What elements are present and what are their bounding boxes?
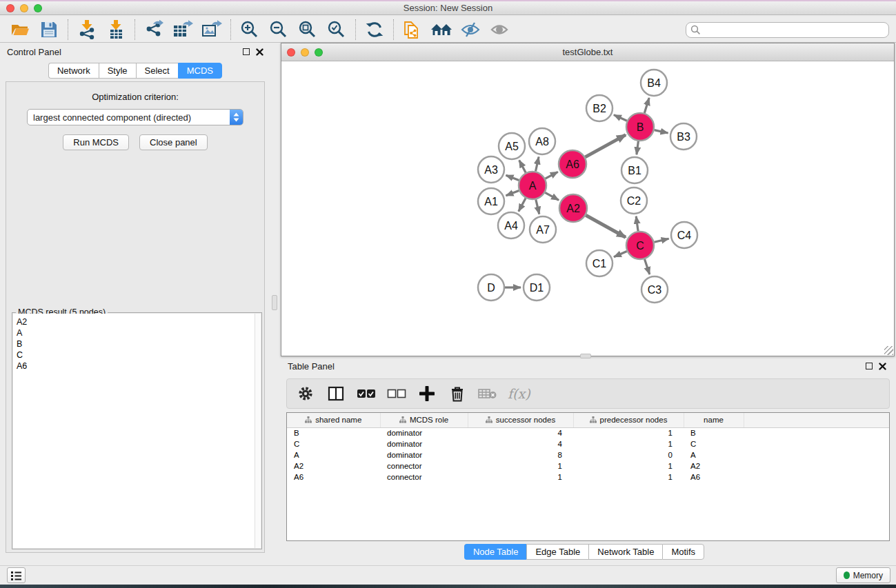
graph-node-A6[interactable]: A6 <box>559 150 586 178</box>
import-network-button[interactable] <box>72 19 101 41</box>
table-cell[interactable]: 1 <box>573 472 684 483</box>
table-cell[interactable]: dominator <box>380 427 468 438</box>
graph-edge-A-A2[interactable] <box>545 192 559 200</box>
show-panels-button[interactable] <box>485 19 514 41</box>
result-item[interactable]: B <box>17 338 261 349</box>
table-cell[interactable]: 4 <box>468 427 573 438</box>
table-cell[interactable]: A6 <box>287 472 380 483</box>
graph-node-C2[interactable]: C2 <box>621 187 647 214</box>
table-cell[interactable]: 8 <box>468 449 573 460</box>
graph-edge-A-A8[interactable] <box>536 157 539 172</box>
table-cell[interactable]: dominator <box>380 449 468 460</box>
close-panel-icon[interactable] <box>256 48 263 56</box>
run-mcds-button[interactable]: Run MCDS <box>63 134 129 150</box>
refresh-layout-button[interactable] <box>360 19 389 41</box>
vertical-splitter-handle[interactable] <box>272 295 277 310</box>
delete-row-button[interactable] <box>447 383 468 404</box>
table-cell[interactable]: 1 <box>573 427 684 438</box>
deselect-all-button[interactable] <box>386 383 407 404</box>
tab-network[interactable]: Network <box>48 63 99 79</box>
zoom-selected-button[interactable] <box>322 19 351 41</box>
network-graph[interactable]: B4B2BB3B1A5A8A6A3AA1A2C2A4A7C4CC1C3DD1 <box>281 61 894 356</box>
table-tab-edge-table[interactable]: Edge Table <box>526 544 588 560</box>
table-cell[interactable]: 1 <box>468 472 573 483</box>
graph-edge-A6-B[interactable] <box>585 135 626 157</box>
result-item[interactable]: A2 <box>17 316 261 327</box>
home-button[interactable] <box>427 19 456 41</box>
table-row[interactable]: Cdominator41C <box>287 438 890 449</box>
table-cell[interactable]: 4 <box>468 438 573 449</box>
table-cell[interactable]: connector <box>380 460 468 472</box>
table-cell[interactable]: A2 <box>287 460 380 472</box>
graph-node-C3[interactable]: C3 <box>641 276 668 303</box>
graph-edge-B-B2[interactable] <box>614 115 627 121</box>
table-cell[interactable]: 1 <box>573 460 684 472</box>
settings-gear-button[interactable] <box>295 383 316 404</box>
graph-node-A4[interactable]: A4 <box>498 212 524 239</box>
table-cell[interactable]: 0 <box>573 449 684 460</box>
graph-node-A7[interactable]: A7 <box>530 216 556 243</box>
table-row[interactable]: Adominator80A <box>287 449 890 460</box>
add-row-button[interactable] <box>417 383 437 404</box>
result-scrollbar[interactable] <box>255 314 261 548</box>
select-all-button[interactable] <box>356 383 377 404</box>
table-row[interactable]: A6connector11A6 <box>287 472 890 483</box>
close-table-panel-icon[interactable] <box>879 363 886 370</box>
table-row[interactable]: A2connector11A2 <box>287 460 890 472</box>
graph-node-B3[interactable]: B3 <box>670 123 697 150</box>
tab-select[interactable]: Select <box>136 63 178 79</box>
graph-edge-B-B3[interactable] <box>655 130 668 133</box>
graph-edge-C-C2[interactable] <box>636 216 638 231</box>
table-cell[interactable]: dominator <box>380 438 468 449</box>
network-canvas[interactable]: B4B2BB3B1A5A8A6A3AA1A2C2A4A7C4CC1C3DD1 <box>281 61 894 356</box>
result-item[interactable]: A6 <box>17 361 261 372</box>
graph-edge-A-A3[interactable] <box>506 175 519 180</box>
zoom-fit-button[interactable] <box>293 19 322 41</box>
network-maximize-button[interactable] <box>315 48 323 57</box>
graph-edge-A-A5[interactable] <box>519 160 526 172</box>
table-cell[interactable]: A6 <box>684 472 744 483</box>
column-header-predecessor-nodes[interactable]: predecessor nodes <box>573 413 684 427</box>
graph-node-B2[interactable]: B2 <box>586 95 613 121</box>
graph-node-C1[interactable]: C1 <box>586 250 613 276</box>
table-cell[interactable]: connector <box>380 472 468 483</box>
table-tab-node-table[interactable]: Node Table <box>464 544 527 560</box>
graph-node-A1[interactable]: A1 <box>478 188 504 214</box>
table-cell[interactable]: A <box>684 449 744 460</box>
maximize-window-button[interactable] <box>34 4 42 12</box>
clone-network-button[interactable] <box>398 19 427 41</box>
table-cell[interactable]: A <box>287 449 380 460</box>
graph-node-D[interactable]: D <box>478 274 504 301</box>
tab-mcds[interactable]: MCDS <box>178 63 222 79</box>
graph-node-D1[interactable]: D1 <box>524 274 550 301</box>
criterion-dropdown[interactable]: largest connected component (directed) <box>27 109 243 125</box>
graph-node-A3[interactable]: A3 <box>478 156 504 183</box>
table-tab-motifs[interactable]: Motifs <box>662 544 704 560</box>
export-image-button[interactable] <box>197 19 226 41</box>
column-header-name[interactable]: name <box>684 413 744 427</box>
minimize-window-button[interactable] <box>20 4 28 12</box>
graph-edge-A-A4[interactable] <box>519 199 526 212</box>
table-cell[interactable]: B <box>684 427 744 438</box>
task-history-button[interactable] <box>7 567 26 583</box>
table-cell[interactable]: 1 <box>468 460 573 472</box>
network-close-button[interactable] <box>287 48 295 57</box>
graph-node-B1[interactable]: B1 <box>621 157 648 183</box>
table-cell[interactable]: C <box>287 438 380 449</box>
float-table-panel-icon[interactable] <box>866 363 873 369</box>
graph-edge-B-B4[interactable] <box>644 98 649 113</box>
import-table-button[interactable] <box>101 19 130 41</box>
graph-edge-C-C1[interactable] <box>614 252 627 257</box>
result-item[interactable]: C <box>17 349 261 361</box>
graph-node-A8[interactable]: A8 <box>529 128 555 154</box>
zoom-out-button[interactable] <box>264 19 293 41</box>
table-row[interactable]: Bdominator41B <box>287 427 890 438</box>
save-session-button[interactable] <box>34 19 63 41</box>
close-window-button[interactable] <box>6 4 14 12</box>
network-minimize-button[interactable] <box>301 48 309 57</box>
graph-edge-C-C3[interactable] <box>645 259 650 274</box>
graph-edge-A-A1[interactable] <box>506 191 519 196</box>
graph-node-B4[interactable]: B4 <box>641 70 667 96</box>
graph-edge-B-B1[interactable] <box>637 141 639 154</box>
graph-node-B[interactable]: B <box>626 113 654 141</box>
